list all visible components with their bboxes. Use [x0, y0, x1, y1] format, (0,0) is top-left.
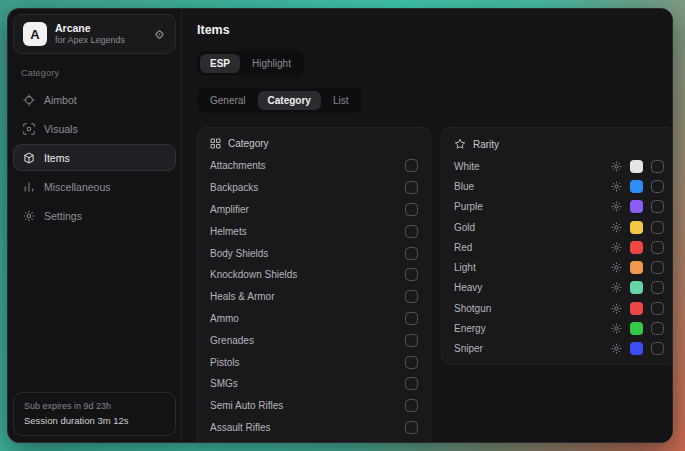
gear-icon [23, 210, 35, 222]
light-checkbox[interactable] [651, 261, 664, 274]
color-swatch[interactable] [630, 342, 643, 355]
gear-icon[interactable] [611, 303, 622, 314]
star-icon [454, 138, 466, 150]
category-row: Assault Rifles [210, 417, 418, 439]
rarity-row: Light [454, 257, 664, 277]
purple-checkbox[interactable] [651, 200, 664, 213]
rarity-row: White [454, 156, 664, 176]
body-shields-checkbox[interactable] [405, 247, 418, 260]
category-row: Semi Auto Rifles [210, 395, 418, 417]
crosshair-target-icon[interactable] [153, 28, 166, 41]
category-row: Heals & Armor [210, 286, 418, 308]
color-swatch[interactable] [630, 261, 643, 274]
sidebar-item-aimbot[interactable]: Aimbot [13, 86, 176, 113]
sidebar-item-visuals[interactable]: Visuals [13, 115, 176, 142]
rarity-row: Gold [454, 217, 664, 237]
rarity-row: Red [454, 237, 664, 257]
category-row: Body Shields [210, 242, 418, 264]
category-row: Grenades [210, 329, 418, 351]
gear-icon[interactable] [611, 282, 622, 293]
semi-auto-rifles-checkbox[interactable] [405, 399, 418, 412]
sub-expires-text: Sub expires in 9d 23h [24, 400, 165, 414]
color-swatch[interactable] [630, 241, 643, 254]
rarity-panel: Rarity White Blue Purple [441, 127, 673, 365]
smgs-checkbox[interactable] [405, 377, 418, 390]
bars-icon [23, 181, 35, 193]
red-checkbox[interactable] [651, 241, 664, 254]
sidebar-item-label: Settings [44, 210, 82, 222]
color-swatch[interactable] [630, 322, 643, 335]
category-row: Backpacks [210, 177, 418, 199]
color-swatch[interactable] [630, 221, 643, 234]
color-swatch[interactable] [630, 281, 643, 294]
app-title: Arcane [55, 22, 145, 35]
rarity-row: Heavy [454, 278, 664, 298]
sidebar-item-items[interactable]: Items [13, 144, 176, 171]
sidebar-item-miscellaneous[interactable]: Miscellaneous [13, 173, 176, 200]
mode-option-highlight[interactable]: Highlight [242, 54, 301, 73]
gear-icon[interactable] [611, 201, 622, 212]
tab-category[interactable]: Category [258, 91, 321, 110]
color-swatch[interactable] [630, 180, 643, 193]
color-swatch[interactable] [630, 200, 643, 213]
app-logo: A [23, 22, 47, 46]
sidebar: A Arcane for Apex Legends Category [8, 9, 182, 442]
grid-icon [210, 138, 221, 149]
gold-checkbox[interactable] [651, 221, 664, 234]
category-row: LMGs [210, 438, 418, 443]
sidebar-item-label: Items [44, 152, 70, 164]
blue-checkbox[interactable] [651, 180, 664, 193]
category-row: Pistols [210, 351, 418, 373]
category-row: Knockdown Shields [210, 264, 418, 286]
sidebar-item-label: Visuals [44, 123, 78, 135]
heavy-checkbox[interactable] [651, 281, 664, 294]
category-row: Ammo [210, 308, 418, 330]
gear-icon[interactable] [611, 343, 622, 354]
shotgun-checkbox[interactable] [651, 302, 664, 315]
attachments-checkbox[interactable] [405, 159, 418, 172]
cube-icon [23, 152, 35, 164]
crosshair-icon [23, 94, 35, 106]
assault-rifles-checkbox[interactable] [405, 421, 418, 434]
tab-bar: General Category List [197, 88, 362, 113]
energy-checkbox[interactable] [651, 322, 664, 335]
page-title: Items [197, 23, 673, 37]
gear-icon[interactable] [611, 262, 622, 273]
grenades-checkbox[interactable] [405, 334, 418, 347]
heals-armor-checkbox[interactable] [405, 290, 418, 303]
gear-icon[interactable] [611, 242, 622, 253]
sidebar-item-settings[interactable]: Settings [13, 202, 176, 229]
eye-scan-icon [23, 123, 35, 135]
brand-card: A Arcane for Apex Legends [13, 14, 176, 54]
gear-icon[interactable] [611, 222, 622, 233]
knockdown-shields-checkbox[interactable] [405, 268, 418, 281]
pistols-checkbox[interactable] [405, 356, 418, 369]
rarity-row: Purple [454, 197, 664, 217]
tab-general[interactable]: General [200, 91, 256, 110]
mode-toggle: ESP Highlight [197, 51, 304, 76]
app-window: A Arcane for Apex Legends Category [7, 8, 673, 443]
rarity-row: Sniper [454, 339, 664, 359]
color-swatch[interactable] [630, 160, 643, 173]
amplifier-checkbox[interactable] [405, 203, 418, 216]
category-row: Attachments [210, 155, 418, 177]
main-content: Items ESP Highlight General Category Lis… [182, 9, 673, 442]
rarity-row: Shotgun [454, 298, 664, 318]
rarity-panel-title: Rarity [473, 139, 499, 150]
rarity-row: Blue [454, 176, 664, 196]
ammo-checkbox[interactable] [405, 312, 418, 325]
tab-list[interactable]: List [323, 91, 359, 110]
mode-option-esp[interactable]: ESP [200, 54, 240, 73]
color-swatch[interactable] [630, 302, 643, 315]
category-panel: Category Attachments Backpacks Amplifier… [197, 127, 431, 443]
category-row: Amplifier [210, 199, 418, 221]
gear-icon[interactable] [611, 323, 622, 334]
gear-icon[interactable] [611, 161, 622, 172]
helmets-checkbox[interactable] [405, 225, 418, 238]
gear-icon[interactable] [611, 181, 622, 192]
category-row: SMGs [210, 373, 418, 395]
sidebar-item-label: Miscellaneous [44, 181, 111, 193]
sniper-checkbox[interactable] [651, 342, 664, 355]
backpacks-checkbox[interactable] [405, 181, 418, 194]
white-checkbox[interactable] [651, 160, 664, 173]
